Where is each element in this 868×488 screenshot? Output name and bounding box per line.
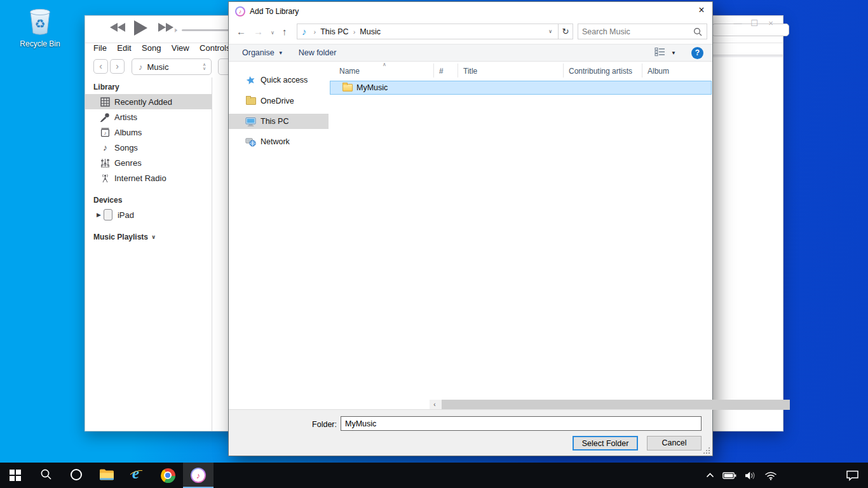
breadcrumb-this-pc[interactable]: This PC xyxy=(320,27,348,36)
microphone-icon xyxy=(100,112,111,123)
file-explorer-icon xyxy=(99,468,114,483)
internet-explorer-button[interactable]: e xyxy=(122,463,153,488)
volume-icon[interactable] xyxy=(745,471,757,480)
sidebar-item-recently-added[interactable]: Recently Added xyxy=(85,94,212,109)
column-header-row: ∧ Name # Title Contributing artists Albu… xyxy=(329,64,712,79)
column-header-title[interactable]: Title xyxy=(458,64,564,78)
sidebar-item-songs[interactable]: ♪ Songs xyxy=(85,140,212,155)
column-header-contributing-artists[interactable]: Contributing artists xyxy=(564,64,642,78)
view-options-button[interactable]: ▼ xyxy=(654,47,676,58)
itunes-taskbar-button[interactable]: ♪ xyxy=(183,463,214,488)
network-icon xyxy=(245,137,256,147)
menu-controls[interactable]: Controls xyxy=(200,43,230,53)
sidebar-item-genres[interactable]: Genres xyxy=(85,155,212,170)
wifi-icon[interactable] xyxy=(764,471,777,480)
scroll-left-arrow[interactable]: ‹ xyxy=(430,400,440,410)
desktop: ♻ Recycle Bin 🕨 —☐× File Edit xyxy=(0,0,868,488)
cortana-button[interactable] xyxy=(61,463,92,488)
genres-faders-icon xyxy=(100,158,111,168)
place-label: This PC xyxy=(261,117,288,126)
sidebar-item-artists[interactable]: Artists xyxy=(85,109,212,125)
up-one-level-button[interactable]: ↑ xyxy=(282,26,287,37)
menu-file[interactable]: File xyxy=(93,43,107,53)
internet-explorer-icon: e xyxy=(129,467,146,484)
sidebar-item-label: Internet Radio xyxy=(114,173,166,183)
select-folder-button[interactable]: Select Folder xyxy=(573,436,638,451)
itunes-sidebar: Library Recently Added Artists ♪ Albums xyxy=(85,78,212,431)
back-button[interactable]: ← xyxy=(236,26,246,37)
itunes-minimize-button[interactable]: — xyxy=(729,18,746,28)
media-kind-selector[interactable]: ♪ Music ∧∨ xyxy=(132,58,212,75)
forward-button[interactable]: → xyxy=(254,26,263,37)
expander-chevron-icon[interactable]: ▶ xyxy=(97,212,101,218)
this-pc-monitor-icon xyxy=(245,116,256,126)
itunes-close-button[interactable]: × xyxy=(763,18,779,28)
file-row-mymusic[interactable]: MyMusic xyxy=(330,81,712,95)
itunes-icon: ♪ xyxy=(191,468,206,483)
itunes-back-button[interactable]: ‹ xyxy=(93,59,108,74)
new-folder-button[interactable]: New folder xyxy=(299,48,337,57)
start-button[interactable] xyxy=(0,463,31,488)
action-center-icon[interactable] xyxy=(846,470,859,481)
recycle-bin-icon: ♻ xyxy=(24,30,56,39)
resize-grip[interactable] xyxy=(703,447,710,454)
sidebar-item-internet-radio[interactable]: Internet Radio xyxy=(85,170,212,186)
menu-view[interactable]: View xyxy=(172,43,189,53)
battery-icon[interactable] xyxy=(722,471,737,480)
previous-track-button[interactable] xyxy=(109,22,126,34)
recent-locations-chevron[interactable]: ∨ xyxy=(271,30,275,36)
itunes-maximize-button[interactable]: ☐ xyxy=(746,18,763,28)
folder-icon xyxy=(342,84,353,92)
search-box xyxy=(578,24,707,39)
search-input[interactable] xyxy=(582,25,690,38)
system-tray xyxy=(702,463,868,488)
breadcrumb-separator: › xyxy=(353,28,356,36)
folder-name-input[interactable] xyxy=(341,416,702,431)
music-playlists-heading[interactable]: Music Playlists ∨ xyxy=(93,233,212,241)
nav-pane-network[interactable]: Network xyxy=(229,134,329,149)
sidebar-item-ipad[interactable]: ▶ iPad xyxy=(85,207,212,222)
search-icon[interactable] xyxy=(693,27,702,38)
address-dropdown-chevron[interactable]: ∨ xyxy=(548,29,552,34)
menu-edit[interactable]: Edit xyxy=(117,43,131,53)
organise-button[interactable]: Organise ▼ xyxy=(242,48,283,57)
sidebar-item-label: Recently Added xyxy=(114,97,172,107)
play-button[interactable] xyxy=(132,20,149,38)
chrome-icon xyxy=(161,468,175,483)
dialog-close-button[interactable]: × xyxy=(691,2,712,20)
nav-pane-quick-access[interactable]: Quick access xyxy=(229,72,329,88)
album-icon: ♪ xyxy=(100,127,111,138)
itunes-dialog-icon: ♪ xyxy=(235,6,245,17)
recycle-bin-shortcut[interactable]: ♻ Recycle Bin xyxy=(17,4,64,48)
dialog-footer: Folder: Select Folder Cancel xyxy=(229,409,712,456)
itunes-forward-button[interactable]: › xyxy=(110,59,125,74)
cancel-button[interactable]: Cancel xyxy=(647,436,702,451)
chrome-button[interactable] xyxy=(153,463,183,488)
volume-speaker-icon: 🕨 xyxy=(173,26,177,34)
scrollbar-thumb[interactable] xyxy=(442,400,790,410)
taskbar-search-button[interactable] xyxy=(31,463,61,488)
file-explorer-button[interactable] xyxy=(92,463,122,488)
help-button[interactable]: ? xyxy=(691,47,703,59)
sidebar-item-label: Albums xyxy=(114,128,142,137)
breadcrumb-music[interactable]: Music xyxy=(360,27,381,36)
horizontal-scrollbar[interactable]: ‹ › xyxy=(430,400,712,410)
next-track-button[interactable] xyxy=(158,22,174,34)
refresh-button[interactable]: ↻ xyxy=(559,24,573,39)
search-icon xyxy=(40,468,52,482)
chevron-down-icon: ∨ xyxy=(151,234,156,240)
grid-icon xyxy=(100,97,111,107)
sidebar-item-albums[interactable]: ♪ Albums xyxy=(85,125,212,140)
menu-song[interactable]: Song xyxy=(142,43,161,53)
address-breadcrumb-bar[interactable]: ♪ › This PC › Music ∨ xyxy=(297,24,559,39)
nav-pane-this-pc[interactable]: This PC xyxy=(229,114,329,129)
windows-logo-icon xyxy=(10,470,21,481)
nav-pane-onedrive[interactable]: OneDrive xyxy=(229,93,329,109)
dialog-title: Add To Library xyxy=(250,7,299,16)
tray-expand-chevron-icon[interactable] xyxy=(705,471,715,479)
column-header-number[interactable]: # xyxy=(434,64,458,78)
ipad-icon xyxy=(104,209,112,220)
column-header-name[interactable]: ∧ Name xyxy=(329,64,434,78)
details-view-icon xyxy=(654,47,666,58)
column-header-album[interactable]: Album xyxy=(642,64,712,78)
